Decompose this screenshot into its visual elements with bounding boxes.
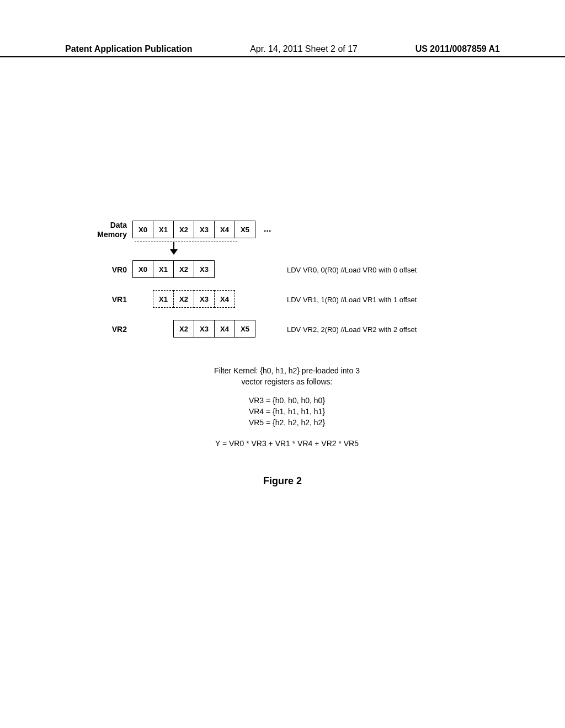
cell-x3: X3 (194, 221, 215, 238)
explain-line1: Filter Kernel: {h0, h1, h2} pre-loaded i… (116, 366, 458, 375)
cell-x2: X2 (173, 221, 194, 238)
vr0-label: VR0 (0, 265, 132, 275)
explain-vr5: VR5 = {h2, h2, h2, h2} (116, 418, 458, 427)
cell-x1: X1 (153, 221, 174, 238)
vr1-row: VR1 X1 X2 X3 X4 LDV VR1, 1(R0) //Load VR… (0, 290, 565, 309)
cell-x5: X5 (234, 221, 255, 238)
vr1-cells: X1 X2 X3 X4 (132, 290, 276, 309)
vr0-c0: X0 (132, 260, 153, 278)
vr0-c1: X1 (153, 260, 174, 278)
figure-label: Figure 2 (0, 475, 565, 487)
page-header: Patent Application Publication Apr. 14, … (0, 44, 565, 57)
vr2-row: VR2 X2 X3 X4 X5 LDV VR2, 2(R0) //Load VR… (0, 320, 565, 339)
vr0-row: VR0 X0 X1 X2 X3 LDV VR0, 0(R0) //Load VR… (0, 260, 565, 279)
vr1-c0: X1 (153, 290, 174, 308)
vr1-c3: X4 (214, 290, 235, 308)
vr1-c1: X2 (173, 290, 194, 308)
data-memory-label: Data Memory (0, 221, 132, 239)
vr0-comment: LDV VR0, 0(R0) //Load VR0 with 0 offset (276, 266, 565, 274)
data-memory-cells: X0 X1 X2 X3 X4 X5 ... (132, 221, 276, 239)
load-arrow (132, 239, 276, 258)
diagram-content: Data Memory X0 X1 X2 X3 X4 X5 ... VR0 X0… (0, 221, 565, 487)
vr2-label: VR2 (0, 325, 132, 334)
vr2-c1: X3 (194, 320, 215, 338)
header-right: US 2011/0087859 A1 (415, 44, 500, 54)
vr1-label: VR1 (0, 295, 132, 304)
vr0-c3: X3 (194, 260, 215, 278)
vr2-cells: X2 X3 X4 X5 (132, 320, 276, 339)
explain-equation: Y = VR0 * VR3 + VR1 * VR4 + VR2 * VR5 (116, 439, 458, 448)
explain-vr4: VR4 = {h1, h1, h1, h1} (116, 407, 458, 416)
vr0-c2: X2 (173, 260, 194, 278)
header-mid: Apr. 14, 2011 Sheet 2 of 17 (250, 44, 358, 54)
header-left: Patent Application Publication (65, 44, 193, 54)
vr1-comment: LDV VR1, 1(R0) //Load VR1 with 1 offset (276, 296, 565, 304)
vr2-comment: LDV VR2, 2(R0) //Load VR2 with 2 offset (276, 325, 565, 334)
data-memory-row: Data Memory X0 X1 X2 X3 X4 X5 ... (0, 221, 565, 239)
vr2-c0: X2 (173, 320, 194, 338)
explain-line2: vector registers as follows: (116, 377, 458, 386)
explain-block: Filter Kernel: {h0, h1, h2} pre-loaded i… (116, 366, 458, 448)
vr2-c3: X5 (234, 320, 255, 338)
vr0-cells: X0 X1 X2 X3 (132, 260, 276, 279)
vr2-c2: X4 (214, 320, 235, 338)
arrow-hline (135, 242, 237, 242)
explain-vr3: VR3 = {h0, h0, h0, h0} (116, 396, 458, 405)
vr1-c2: X3 (194, 290, 215, 308)
arrow-down-icon (170, 249, 178, 255)
ellipsis-icon: ... (264, 224, 271, 234)
cell-x0: X0 (132, 221, 153, 238)
cell-x4: X4 (214, 221, 235, 238)
